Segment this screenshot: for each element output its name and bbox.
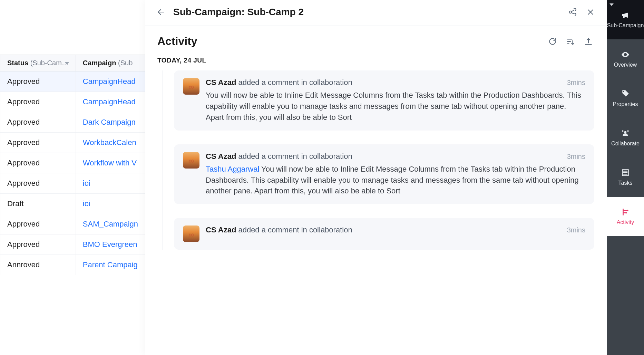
timeline: CS Azadadded a comment in collaboration3… — [157, 70, 594, 250]
activity-action: added a comment in collaboration — [238, 226, 563, 234]
avatar — [183, 226, 199, 242]
close-button[interactable] — [585, 6, 596, 18]
activity-card: CS Azadadded a comment in collaboration3… — [174, 218, 594, 250]
sort-icon — [566, 37, 575, 46]
side-rail: Sub-CampaignOverviewPropertiesCollaborat… — [607, 0, 644, 355]
rail-item-overview[interactable]: Overview — [607, 39, 644, 79]
table-row[interactable]: ApprovedDark Campaign — [0, 112, 145, 133]
upload-icon — [584, 37, 593, 46]
column-name: Status — [7, 59, 28, 67]
column-name: Campaign — [83, 59, 116, 67]
avatar — [183, 152, 199, 169]
status-cell: Approved — [0, 92, 76, 112]
activity-card: CS Azadadded a comment in collaboration3… — [174, 70, 594, 131]
svg-point-0 — [627, 210, 628, 211]
mention-link[interactable]: Tashu Aggarwal — [206, 165, 261, 173]
share-button[interactable] — [567, 6, 578, 18]
rail-label: Collaborate — [611, 141, 640, 147]
share-icon — [568, 8, 577, 17]
status-cell: Approved — [0, 153, 76, 173]
table-row[interactable]: ApprovedWorkflow with V — [0, 153, 145, 173]
column-subtext: (Sub — [118, 59, 133, 67]
campaign-cell[interactable]: ioi — [76, 194, 145, 214]
campaign-cell[interactable]: WorkbackCalen — [76, 133, 145, 153]
rail-item-sub-campaign[interactable]: Sub-Campaign — [607, 0, 644, 39]
status-cell: Approved — [0, 173, 76, 194]
time-ago: 3mins — [567, 226, 585, 234]
chevron-down-icon — [609, 3, 614, 6]
table-row[interactable]: Approvedioi — [0, 173, 145, 194]
status-cell: Approved — [0, 214, 76, 234]
tag-icon — [621, 89, 630, 98]
comment-text: You will now be able to Inline Edit Mess… — [206, 90, 585, 123]
column-subtext: (Sub-Cam… — [30, 59, 69, 67]
rail-item-collaborate[interactable]: Collaborate — [607, 118, 644, 157]
chevron-down-icon[interactable] — [65, 62, 69, 65]
column-header-status[interactable]: Status (Sub-Cam… — [0, 55, 76, 71]
refresh-icon — [548, 37, 557, 46]
arrow-left-icon — [157, 8, 166, 17]
svg-point-1 — [625, 212, 627, 213]
column-header-campaign[interactable]: Campaign (Sub — [76, 55, 145, 71]
rail-label: Properties — [613, 101, 638, 107]
campaign-cell[interactable]: SAM_Campaign — [76, 214, 145, 234]
comment-text: Tashu Aggarwal You will now be able to I… — [206, 164, 585, 197]
sort-button[interactable] — [565, 36, 576, 47]
time-ago: 3mins — [567, 153, 585, 161]
activity-title: Activity — [157, 35, 540, 48]
avatar — [183, 78, 199, 95]
campaign-cell[interactable]: BMO Evergreen — [76, 234, 145, 255]
panel-title: Sub-Campaign: Sub-Camp 2 — [173, 7, 560, 18]
date-separator: TODAY, 24 JUL — [157, 57, 594, 64]
rail-label: Sub-Campaign — [607, 22, 644, 29]
eye-icon — [621, 50, 630, 59]
author-name: CS Azad — [206, 78, 236, 87]
status-cell: Approved — [0, 112, 76, 133]
campaign-table-area: Status (Sub-Cam… Campaign (Sub ApprovedC… — [0, 0, 145, 355]
activity-action: added a comment in collaboration — [238, 78, 563, 87]
table-row[interactable]: ApprovedCampaignHead — [0, 71, 145, 92]
rail-item-activity[interactable]: Activity — [607, 197, 644, 236]
activity-action: added a comment in collaboration — [238, 152, 563, 161]
time-ago: 3mins — [567, 79, 585, 87]
table-row[interactable]: AnnrovedParent Campaig — [0, 255, 145, 275]
campaign-cell[interactable]: Parent Campaig — [76, 255, 145, 275]
table-row[interactable]: ApprovedCampaignHead — [0, 92, 145, 112]
activity-feed: TODAY, 24 JUL CS Azadadded a comment in … — [145, 51, 607, 355]
table-row[interactable]: ApprovedSAM_Campaign — [0, 214, 145, 234]
table-row[interactable]: ApprovedWorkbackCalen — [0, 133, 145, 153]
campaign-table: Status (Sub-Cam… Campaign (Sub ApprovedC… — [0, 55, 145, 275]
refresh-button[interactable] — [547, 36, 558, 47]
rail-label: Activity — [617, 219, 634, 226]
campaign-cell[interactable]: Dark Campaign — [76, 112, 145, 133]
activity-card: CS Azadadded a comment in collaboration3… — [174, 144, 594, 204]
author-name: CS Azad — [206, 152, 236, 161]
status-cell: Draft — [0, 194, 76, 214]
team-icon — [621, 129, 630, 138]
table-row[interactable]: ApprovedBMO Evergreen — [0, 234, 145, 255]
rail-item-properties[interactable]: Properties — [607, 79, 644, 118]
status-cell: Approved — [0, 71, 76, 92]
author-name: CS Azad — [206, 226, 236, 234]
status-cell: Approved — [0, 234, 76, 255]
table-row[interactable]: Draftioi — [0, 194, 145, 214]
export-button[interactable] — [583, 36, 594, 47]
status-cell: Annroved — [0, 255, 76, 275]
activity-panel: Sub-Campaign: Sub-Camp 2 Activity TODAY,… — [145, 0, 607, 355]
activity-header: Activity — [145, 26, 607, 51]
rail-label: Tasks — [618, 180, 633, 186]
campaign-cell[interactable]: ioi — [76, 173, 145, 194]
list-icon — [621, 168, 630, 177]
rail-item-tasks[interactable]: Tasks — [607, 157, 644, 197]
rail-label: Overview — [614, 62, 637, 68]
status-cell: Approved — [0, 133, 76, 153]
campaign-cell[interactable]: CampaignHead — [76, 92, 145, 112]
back-button[interactable] — [155, 6, 167, 18]
timeline-icon — [621, 208, 630, 217]
megaphone-icon — [621, 11, 630, 20]
campaign-cell[interactable]: Workflow with V — [76, 153, 145, 173]
close-icon — [586, 8, 595, 17]
panel-header: Sub-Campaign: Sub-Camp 2 — [145, 0, 607, 26]
campaign-cell[interactable]: CampaignHead — [76, 71, 145, 92]
